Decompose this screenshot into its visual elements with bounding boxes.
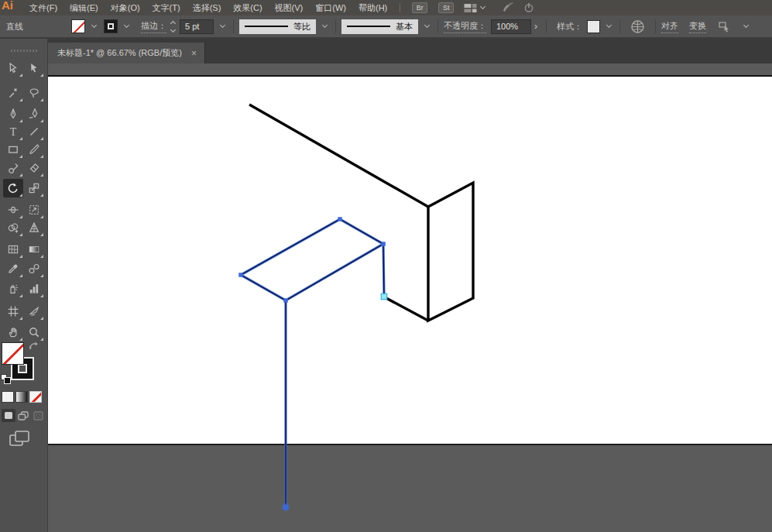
anchor-point-endpoint-4[interactable]: [283, 505, 289, 510]
lasso-tool[interactable]: [24, 84, 44, 102]
opacity-input[interactable]: 100%: [491, 19, 531, 34]
brush-dropdown-button[interactable]: [418, 19, 432, 34]
artwork-layer[interactable]: [48, 63, 772, 532]
perspective-grid-tool[interactable]: [24, 218, 44, 237]
paintbrush-tool-icon: [28, 143, 40, 156]
gradient-button[interactable]: [15, 391, 28, 403]
line-segment-tool[interactable]: [24, 122, 44, 141]
width-tool[interactable]: [3, 201, 23, 219]
slice-tool-icon: [28, 305, 40, 317]
type-tool[interactable]: T: [3, 122, 23, 141]
screen-mode-button[interactable]: [9, 431, 29, 448]
menu-item-4[interactable]: 选择(S): [187, 0, 228, 15]
menu-item-8[interactable]: 帮助(H): [352, 0, 393, 15]
zoom-tool[interactable]: [24, 323, 44, 342]
gradient-tool-icon: [28, 243, 40, 256]
app-logo: Ai: [0, 0, 23, 14]
slice-tool[interactable]: [24, 302, 44, 321]
pen-alt-tool-icon: [28, 108, 40, 120]
share-icon[interactable]: [502, 2, 514, 13]
workspace-switcher-icon[interactable]: [464, 3, 485, 13]
selection-tool[interactable]: [24, 59, 44, 77]
shape-builder-tool[interactable]: [3, 218, 23, 237]
direct-selection-tool[interactable]: [3, 59, 23, 77]
canvas-area[interactable]: [48, 63, 772, 532]
symbol-sprayer-tool[interactable]: [3, 280, 23, 298]
hand-tool[interactable]: [3, 323, 23, 342]
panel-grip[interactable]: [11, 50, 37, 52]
artboard-tool[interactable]: [3, 302, 23, 321]
column-graph-tool[interactable]: [24, 280, 44, 298]
stroke-swatch[interactable]: [104, 19, 118, 33]
stroke-dropdown-button[interactable]: [118, 19, 132, 34]
artwork-thick-line-1[interactable]: [428, 183, 473, 321]
magic-wand-tool[interactable]: [3, 84, 23, 102]
blob-brush-tool-icon: [7, 162, 19, 174]
draw-normal-mode-button[interactable]: [2, 409, 15, 422]
anchor-point-selected-1[interactable]: [338, 217, 342, 221]
profile-dropdown-button[interactable]: [316, 19, 330, 34]
style-swatch[interactable]: [587, 20, 600, 33]
swap-fill-stroke-icon[interactable]: [29, 342, 39, 353]
select-similar-dropdown[interactable]: [737, 19, 751, 34]
tab-close-icon[interactable]: ×: [191, 48, 197, 59]
menu-item-1[interactable]: 编辑(E): [63, 0, 105, 15]
anchor-point-selected-3[interactable]: [283, 298, 288, 303]
document-tab-bar: 未标题-1* @ 66.67% (RGB/预览) ×: [48, 39, 772, 63]
select-similar-icon[interactable]: [719, 21, 733, 33]
anchor-point-selected-2[interactable]: [381, 242, 386, 246]
eraser-tool[interactable]: [24, 159, 44, 177]
pen-tool[interactable]: [3, 105, 23, 123]
stroke-weight-input[interactable]: 5 pt: [180, 19, 214, 34]
artwork-thick-line-0[interactable]: [249, 105, 428, 207]
document-setup-globe-icon[interactable]: [630, 19, 645, 34]
blend-tool[interactable]: [24, 259, 44, 278]
stroke-panel-link[interactable]: 描边：: [141, 20, 166, 33]
paintbrush-tool[interactable]: [24, 140, 44, 159]
opacity-panel-link[interactable]: 不透明度：: [444, 20, 486, 33]
none-button[interactable]: [29, 391, 42, 403]
zoom-tool-icon: [28, 326, 40, 338]
rotate-tool[interactable]: [3, 179, 23, 197]
stock-button[interactable]: St: [438, 2, 454, 13]
fill-swatch[interactable]: [71, 19, 85, 33]
transform-panel-link[interactable]: 变换: [689, 20, 706, 33]
width-profile-select[interactable]: 等比: [239, 19, 316, 34]
fill-dropdown-button[interactable]: [85, 19, 99, 34]
menu-item-3[interactable]: 文字(T): [146, 0, 187, 15]
brush-select[interactable]: 基本: [341, 19, 418, 34]
draw-inside-mode-button[interactable]: [31, 409, 45, 422]
direct-selection-tool-icon: [7, 62, 19, 74]
gradient-tool[interactable]: [24, 240, 44, 259]
free-transform-tool[interactable]: [24, 201, 44, 219]
stroke-weight-dropdown[interactable]: [214, 19, 228, 34]
draw-behind-mode-button[interactable]: [16, 409, 30, 422]
style-dropdown-button[interactable]: [600, 19, 614, 34]
color-button[interactable]: [2, 391, 14, 403]
fill-color-indicator[interactable]: [2, 342, 24, 365]
menu-item-2[interactable]: 对象(O): [105, 0, 146, 15]
pen-alt-tool[interactable]: [24, 105, 44, 123]
default-fill-stroke-icon[interactable]: [1, 374, 11, 384]
align-panel-link[interactable]: 对齐: [661, 20, 678, 33]
artwork-thick-line-2[interactable]: [385, 297, 428, 321]
document-tab[interactable]: 未标题-1* @ 66.67% (RGB/预览) ×: [48, 43, 205, 63]
menu-item-6[interactable]: 视图(V): [269, 0, 310, 15]
anchor-point-highlight-5[interactable]: [381, 293, 387, 300]
menu-item-0[interactable]: 文件(F): [23, 0, 63, 15]
menu-item-5[interactable]: 效果(C): [227, 0, 268, 15]
power-icon[interactable]: [523, 2, 534, 13]
mesh-tool[interactable]: [3, 240, 23, 259]
line-segment-tool-icon: [28, 125, 40, 138]
eyedropper-tool[interactable]: [3, 259, 23, 278]
bridge-button[interactable]: Br: [412, 2, 427, 13]
menu-item-7[interactable]: 窗口(W): [309, 0, 352, 15]
anchor-point-selected-0[interactable]: [238, 273, 243, 277]
opacity-expand-button[interactable]: ›: [534, 21, 537, 32]
mesh-tool-icon: [7, 243, 19, 256]
rectangle-tool[interactable]: [3, 140, 23, 159]
scale-tool[interactable]: [24, 179, 44, 197]
blob-brush-tool[interactable]: [3, 159, 23, 177]
stroke-weight-stepper[interactable]: [168, 19, 178, 34]
none-fill-slash: [71, 19, 85, 33]
